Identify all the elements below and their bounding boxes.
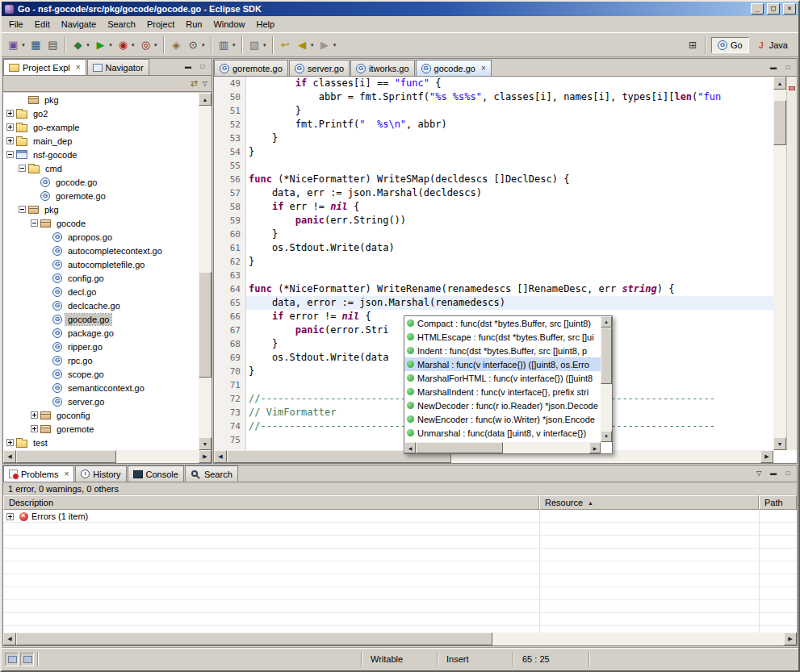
menu-run[interactable]: Run: [180, 17, 207, 31]
scroll-right-icon[interactable]: ▶: [589, 442, 601, 453]
tree-item-go2[interactable]: go2: [3, 106, 199, 120]
scroll-left-icon[interactable]: ◀: [3, 632, 16, 645]
view-menu-icon[interactable]: ▽: [203, 80, 207, 87]
tree-item-scope-go[interactable]: scope.go: [3, 367, 199, 381]
collapse-icon[interactable]: [19, 206, 26, 213]
problems-body[interactable]: Errors (1 item): [3, 510, 797, 632]
scroll-left-icon[interactable]: ◀: [214, 450, 227, 463]
completion-item-8[interactable]: Unmarshal : func(data []uint8, v interfa…: [404, 426, 601, 440]
tree-item-pkg[interactable]: pkg: [3, 202, 199, 216]
expand-icon[interactable]: [6, 513, 14, 520]
tree-item-declcache-go[interactable]: declcache.go: [3, 298, 199, 312]
line-number-ruler[interactable]: 4950515253545556575859606162636465666768…: [214, 77, 246, 450]
completion-item-0[interactable]: Compact : func(dst *bytes.Buffer, src []…: [404, 316, 601, 330]
close-button[interactable]: ×: [783, 3, 796, 15]
tree-item-config-go[interactable]: config.go: [3, 271, 199, 285]
maximize-view-icon[interactable]: □: [196, 61, 209, 73]
scroll-thumb[interactable]: [773, 100, 786, 145]
tree-item-autocompletefile-go[interactable]: autocompletefile.go: [3, 257, 199, 271]
link-with-editor-icon[interactable]: ⇄: [191, 78, 198, 89]
profile-button[interactable]: ◉▼: [115, 35, 137, 55]
tree-item-test[interactable]: test: [3, 436, 199, 449]
tree-item-semanticcontext-go[interactable]: semanticcontext.go: [3, 381, 199, 394]
search-button[interactable]: ⊙▼: [185, 35, 207, 55]
expand-icon[interactable]: [31, 411, 38, 419]
editor-vertical-scrollbar[interactable]: ▲▼: [773, 77, 786, 450]
scroll-thumb[interactable]: [416, 442, 503, 453]
scroll-left-icon[interactable]: ◀: [3, 450, 16, 463]
tree-item-pkg[interactable]: pkg: [3, 93, 199, 106]
column-header-resource[interactable]: Resource▲: [539, 495, 759, 510]
tree-item-main-dep[interactable]: main_dep: [3, 134, 199, 148]
new-java-element-menu-arrow[interactable]: ▼: [232, 43, 237, 48]
tree-item-goremote[interactable]: goremote: [3, 422, 199, 436]
tree-item-gocode[interactable]: gocode: [3, 216, 199, 230]
menu-search[interactable]: Search: [102, 17, 141, 31]
completion-item-4[interactable]: MarshalForHTML : func(v interface{}) ([]…: [404, 371, 601, 385]
minimize-view-icon[interactable]: ▬: [767, 62, 780, 73]
maximize-view-icon[interactable]: □: [781, 468, 794, 479]
tree-item-server-go[interactable]: server.go: [3, 394, 199, 408]
expand-icon[interactable]: [31, 425, 38, 432]
completion-item-2[interactable]: Indent : func(dst *bytes.Buffer, src []u…: [404, 344, 601, 357]
problems-row[interactable]: Errors (1 item): [3, 510, 797, 523]
tree-vertical-scrollbar[interactable]: ▲▼: [199, 93, 212, 450]
menu-project[interactable]: Project: [141, 17, 180, 31]
view-tab-console[interactable]: Console: [128, 465, 184, 482]
scroll-thumb[interactable]: [16, 632, 492, 645]
popup-horizontal-scrollbar[interactable]: ◀▶: [404, 442, 601, 453]
maximize-button[interactable]: □: [767, 3, 780, 15]
perspective-java[interactable]: Java: [751, 38, 794, 52]
scroll-down-icon[interactable]: ▼: [773, 437, 786, 450]
close-icon[interactable]: ×: [481, 65, 486, 73]
menu-window[interactable]: Window: [207, 17, 250, 31]
error-marker-icon[interactable]: [789, 86, 795, 90]
view-tab-problems[interactable]: Problems×: [3, 465, 74, 482]
run-menu-arrow[interactable]: ▼: [108, 43, 113, 48]
open-type-button[interactable]: ◈: [168, 35, 185, 55]
menu-edit[interactable]: Edit: [29, 17, 56, 31]
column-header-description[interactable]: Description: [3, 495, 539, 510]
titlebar[interactable]: Go - nsf-gocode/src/pkg/gocode/gocode.go…: [2, 2, 798, 16]
minimize-view-icon[interactable]: ▬: [767, 468, 780, 479]
debug-button[interactable]: ◆▼: [69, 35, 92, 55]
tree-item-apropos-go[interactable]: apropos.go: [3, 230, 199, 244]
tree-item-nsf-gocode[interactable]: nsf-gocode: [3, 148, 199, 161]
collapse-icon[interactable]: [6, 151, 14, 158]
tree-item-go-example[interactable]: go-example: [3, 120, 199, 134]
new-java-element-button[interactable]: ▥▼: [216, 35, 238, 55]
menu-help[interactable]: Help: [251, 17, 281, 31]
tree-item-autocompletecontext-go[interactable]: autocompletecontext.go: [3, 244, 199, 257]
annotations-menu-arrow[interactable]: ▼: [262, 43, 267, 48]
minimize-view-icon[interactable]: ▬: [182, 61, 195, 73]
column-header-path[interactable]: Path: [759, 495, 797, 510]
scroll-down-icon[interactable]: ▼: [199, 437, 212, 450]
expand-icon[interactable]: [6, 123, 14, 131]
expand-icon[interactable]: [6, 137, 14, 144]
close-icon[interactable]: ×: [76, 64, 81, 72]
tree-item-cmd[interactable]: cmd: [3, 161, 199, 175]
new-wizard-button[interactable]: ▣▼: [5, 35, 27, 55]
tree-item-ripper-go[interactable]: ripper.go: [3, 340, 199, 353]
tree-item-goremote-go[interactable]: goremote.go: [3, 189, 199, 202]
expand-icon[interactable]: [6, 110, 14, 117]
editor-tab-goremote-go[interactable]: goremote.go: [214, 60, 288, 76]
menu-navigate[interactable]: Navigate: [56, 17, 102, 31]
forward-button[interactable]: ▶▼: [316, 35, 339, 55]
scroll-down-icon[interactable]: ▼: [601, 431, 612, 442]
tree-horizontal-scrollbar[interactable]: ◀▶: [3, 450, 212, 463]
editor-status-icon[interactable]: [20, 653, 34, 666]
view-tab-project-expl[interactable]: Project Expl×: [3, 59, 86, 75]
editor-tab-gocode-go[interactable]: gocode.go×: [416, 60, 492, 76]
save-button[interactable]: ▦: [27, 35, 44, 55]
editor-tab-itworks-go[interactable]: itworks.go: [350, 60, 415, 76]
scroll-right-icon[interactable]: ▶: [784, 632, 797, 645]
debug-menu-arrow[interactable]: ▼: [86, 43, 90, 48]
back-button[interactable]: ◀▼: [294, 35, 316, 55]
new-wizard-menu-arrow[interactable]: ▼: [21, 43, 26, 48]
overview-ruler[interactable]: [786, 77, 797, 450]
scroll-thumb[interactable]: [16, 450, 116, 463]
completion-item-7[interactable]: NewEncoder : func(w io.Writer) *json.Enc…: [404, 412, 601, 426]
annotations-button[interactable]: ▧▼: [246, 35, 269, 55]
minimize-button[interactable]: _: [751, 3, 764, 15]
